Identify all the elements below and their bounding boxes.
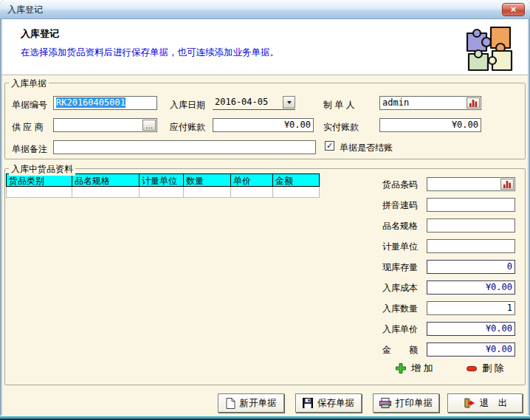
delete-item-button[interactable]: 删 除 <box>467 362 504 375</box>
col-header-name-spec[interactable]: 品名规格 <box>72 173 140 187</box>
exit-button[interactable]: 退 出 <box>447 393 523 413</box>
settled-label: 单据是否结账 <box>340 142 393 154</box>
window-bottom-border <box>0 416 530 420</box>
maker-label: 制 单 人 <box>323 99 355 111</box>
unit-label: 计量单位 <box>382 241 418 253</box>
supplier-label: 供 应 商 <box>12 121 44 134</box>
price-label: 入库单价 <box>382 323 418 336</box>
qty-value: 1 <box>507 303 512 313</box>
supplier-browse-button[interactable]: … <box>142 120 156 131</box>
qty-input[interactable]: 1 <box>427 301 515 315</box>
col-header-unit[interactable]: 计量单位 <box>139 173 184 187</box>
stock-input[interactable]: 0 <box>427 260 515 274</box>
col-header-price[interactable]: 单价 <box>230 173 273 187</box>
chevron-down-icon <box>287 101 292 104</box>
checkmark-icon: ✓ <box>326 141 333 150</box>
ellipsis-icon: … <box>145 122 154 129</box>
barcode-lookup-button[interactable] <box>500 179 514 190</box>
add-item-button[interactable]: 增 加 <box>396 362 433 375</box>
header-panel: 入库登记 在选择添加货品资料后进行保存单据，也可连续添加业务单据。 <box>2 19 528 75</box>
barcode-input[interactable] <box>427 177 515 191</box>
maker-input[interactable]: admin <box>379 96 481 110</box>
remark-input[interactable] <box>53 140 316 154</box>
page-title: 入库登记 <box>21 27 59 41</box>
qty-label: 入库数量 <box>382 303 418 315</box>
puzzle-icon <box>458 21 519 73</box>
pinyin-label: 拼音速码 <box>382 199 418 212</box>
new-document-label: 新开单据 <box>240 397 277 410</box>
name-spec-input[interactable] <box>427 218 515 233</box>
price-value: ¥0.00 <box>486 323 512 334</box>
date-label: 入库日期 <box>170 99 205 111</box>
printer-icon <box>379 398 391 408</box>
close-icon: × <box>511 4 517 15</box>
stock-label: 现库存量 <box>382 261 418 274</box>
price-input[interactable]: ¥0.00 <box>427 322 515 336</box>
exit-label: 退 出 <box>480 397 508 410</box>
cost-value: ¥0.00 <box>486 282 512 292</box>
settled-checkbox[interactable]: ✓ <box>325 141 334 151</box>
amount-input[interactable]: ¥0.00 <box>427 342 515 357</box>
title-bar[interactable]: 入库登记 × <box>0 0 530 19</box>
paid-input[interactable]: ¥0.00 <box>379 118 481 132</box>
new-document-icon <box>226 398 235 409</box>
bar-chart-icon <box>469 99 478 107</box>
payable-input[interactable]: ¥0.00 <box>213 118 314 132</box>
date-value: 2016-04-05 <box>215 97 268 107</box>
col-header-amount[interactable]: 金额 <box>272 173 320 187</box>
maker-lookup-button[interactable] <box>467 97 480 109</box>
print-document-button[interactable]: 打印单据 <box>373 393 439 413</box>
date-dropdown-button[interactable] <box>283 96 295 109</box>
name-spec-label: 品名规格 <box>382 220 418 233</box>
new-document-button[interactable]: 新开单据 <box>218 393 284 413</box>
add-item-label: 增 加 <box>411 362 433 375</box>
cost-input[interactable]: ¥0.00 <box>427 280 515 295</box>
save-document-button[interactable]: 保存单据 <box>295 393 362 413</box>
goods-groupbox-legend: 入库中货品资料 <box>9 163 75 176</box>
print-document-label: 打印单据 <box>396 397 433 410</box>
supplier-input[interactable]: … <box>53 118 157 132</box>
doc-no-input[interactable]: RK20160405001 <box>53 96 157 110</box>
paid-value: ¥0.00 <box>452 120 478 130</box>
delete-item-label: 删 除 <box>482 362 504 375</box>
save-icon <box>303 398 313 408</box>
save-document-label: 保存单据 <box>317 397 354 410</box>
col-header-qty[interactable]: 数量 <box>183 173 231 187</box>
plus-icon <box>396 363 406 373</box>
amount-label: 金 额 <box>382 344 418 357</box>
maker-value: admin <box>382 97 409 108</box>
paid-label: 实付账款 <box>323 121 359 134</box>
remark-label: 单据备注 <box>12 143 47 156</box>
doc-no-value: RK20160405001 <box>56 97 125 108</box>
amount-value: ¥0.00 <box>486 344 512 354</box>
payable-value: ¥0.00 <box>284 120 311 130</box>
payable-label: 应付账款 <box>170 121 205 134</box>
close-button[interactable]: × <box>502 3 525 16</box>
date-picker[interactable]: 2016-04-05 <box>213 96 295 110</box>
doc-groupbox-legend: 入库单据 <box>9 78 49 90</box>
bar-chart-icon <box>503 180 512 188</box>
barcode-label: 货品条码 <box>382 179 418 191</box>
dialog-window: 入库登记 × 入库登记 在选择添加货品资料后进行保存单据，也可连续添加业务单据。… <box>0 0 530 420</box>
cost-label: 入库成本 <box>382 282 418 295</box>
pinyin-input[interactable] <box>427 198 515 212</box>
minus-icon <box>467 366 477 371</box>
doc-no-label: 单据编号 <box>12 99 47 111</box>
exit-door-icon <box>463 397 475 409</box>
table-row[interactable] <box>6 187 320 198</box>
window-title: 入库登记 <box>7 4 43 16</box>
page-subtitle: 在选择添加货品资料后进行保存单据，也可连续添加业务单据。 <box>21 47 279 59</box>
stock-value: 0 <box>507 261 512 272</box>
unit-input[interactable] <box>427 239 515 253</box>
